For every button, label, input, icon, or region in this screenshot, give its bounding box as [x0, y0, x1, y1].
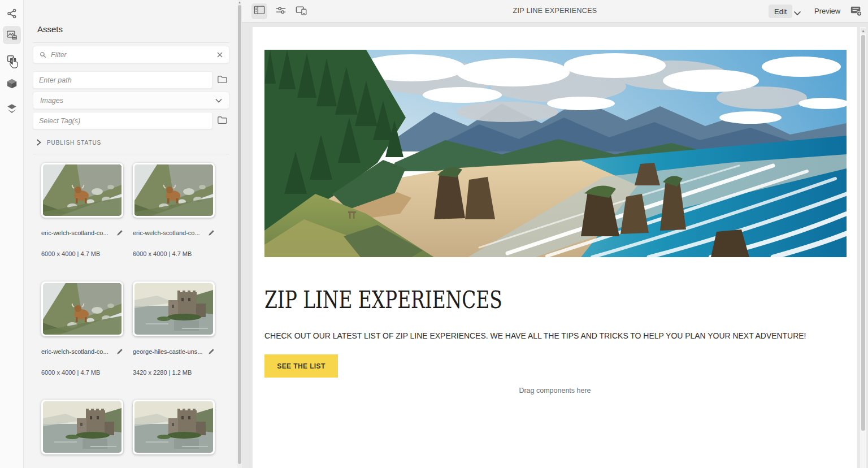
hero-image[interactable] [264, 50, 847, 257]
drag-components-dropzone[interactable]: Drag components here [253, 387, 857, 395]
assets-panel: Assets Images [24, 0, 237, 468]
preview-label: Preview [814, 7, 840, 15]
chevron-down-icon [215, 98, 222, 103]
mode-dropdown-chevron[interactable] [793, 8, 801, 18]
see-the-list-label: SEE THE LIST [277, 362, 325, 370]
page-paragraph-text: CHECK OUT OUR LATEST LIST OF ZIP LINE EX… [264, 331, 806, 341]
asset-thumbnail[interactable] [41, 281, 123, 336]
tags-input[interactable] [39, 117, 206, 125]
mouse-cursor-pointer [9, 57, 19, 71]
browse-tags-button[interactable] [216, 115, 228, 127]
preview-button[interactable]: Preview [814, 7, 840, 15]
path-input[interactable] [39, 76, 206, 84]
page-canvas[interactable]: ZIP LINE EXPERIENCES CHECK OUT OUR LATES… [253, 27, 857, 468]
panel-title: Assets [37, 24, 63, 34]
publish-status-label: PUBLISH STATUS [47, 140, 101, 146]
scroll-up-arrow[interactable]: ▲ [238, 1, 241, 4]
publish-status-toggle[interactable]: PUBLISH STATUS [36, 139, 101, 146]
asset-thumbnail[interactable] [133, 400, 215, 454]
edit-pencil-icon[interactable] [208, 348, 215, 355]
tags-field [33, 112, 212, 129]
path-field [33, 71, 212, 89]
package-icon [6, 77, 18, 90]
editor-toolbar: ZIP LINE EXPERIENCES Edit Preview [242, 0, 868, 23]
folder-icon [217, 115, 227, 127]
scrollbar-thumb[interactable] [238, 5, 241, 464]
asset-thumbnail[interactable] [41, 400, 123, 454]
layers-button[interactable] [3, 99, 21, 118]
add-annotation-button[interactable] [850, 5, 862, 19]
assets-icon [6, 29, 18, 41]
main-scrollbar[interactable]: ▲ [860, 27, 866, 468]
layers-icon [6, 102, 18, 115]
edit-pencil-icon[interactable] [116, 348, 123, 355]
share-icon [6, 8, 18, 19]
asset-thumbnail[interactable] [41, 163, 123, 218]
clear-filter-icon[interactable] [216, 51, 223, 58]
folder-icon [217, 75, 227, 86]
scroll-up-arrow[interactable]: ▲ [861, 28, 866, 33]
asset-dimensions: 3420 x 2280 | 1.2 MB [133, 369, 192, 376]
asset-dimensions: 6000 x 4000 | 4.7 MB [133, 250, 192, 257]
asset-dimensions: 6000 x 4000 | 4.7 MB [41, 250, 100, 257]
asset-filename: eric-welch-scotland-co... [41, 348, 116, 355]
editor-main: ZIP LINE EXPERIENCES Edit Preview [242, 0, 868, 468]
page-heading-text: ZIP LINE EXPERIENCES [264, 286, 502, 314]
asset-dimensions: 6000 x 4000 | 4.7 MB [41, 369, 100, 376]
divider [33, 154, 229, 154]
asset-filename: eric-welch-scotland-co... [41, 229, 116, 236]
edit-pencil-icon[interactable] [116, 229, 123, 236]
asset-type-value: Images [40, 97, 215, 105]
annotation-add-icon [850, 9, 862, 19]
divider [33, 42, 229, 43]
filter-input[interactable] [51, 51, 216, 59]
assets-panel-button[interactable] [3, 26, 21, 44]
share-button[interactable] [3, 5, 21, 23]
edit-mode-label: Edit [774, 7, 787, 16]
scrollbar-thumb[interactable] [861, 35, 865, 431]
search-icon [39, 51, 47, 59]
asset-type-select[interactable]: Images [33, 92, 229, 109]
filter-field [33, 46, 229, 63]
browse-path-button[interactable] [216, 74, 228, 86]
edit-mode-button[interactable]: Edit [769, 5, 792, 18]
asset-thumbnail[interactable] [133, 281, 215, 336]
package-button[interactable] [3, 75, 21, 93]
page-heading[interactable]: ZIP LINE EXPERIENCES [264, 286, 569, 314]
asset-filename: eric-welch-scotland-co... [133, 229, 208, 236]
page-paragraph[interactable]: CHECK OUT OUR LATEST LIST OF ZIP LINE EX… [264, 331, 866, 341]
asset-filename: george-hiles-castle-uns... [133, 348, 208, 355]
sidebar-scrollbar[interactable]: ▲ [237, 0, 242, 468]
asset-thumbnail[interactable] [133, 163, 215, 218]
see-the-list-button[interactable]: SEE THE LIST [264, 354, 338, 378]
edit-pencil-icon[interactable] [208, 229, 215, 236]
chevron-right-icon [36, 139, 41, 146]
